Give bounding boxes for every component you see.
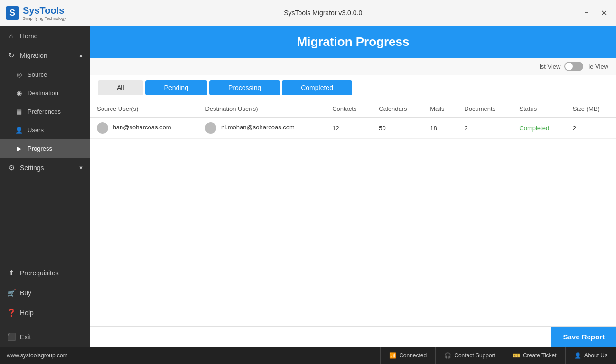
window-controls: − ✕ [580, 6, 610, 19]
about-us-label: About Us [584, 352, 607, 359]
wifi-icon: 📶 [389, 352, 396, 359]
support-icon: 🎧 [444, 352, 451, 359]
status-items: 📶 Connected 🎧 Contact Support 🎫 Create T… [380, 347, 616, 364]
sidebar-item-preferences[interactable]: ▤ Preferences [0, 102, 90, 121]
contact-support-label: Contact Support [454, 352, 495, 359]
col-size: Size (MB) [566, 100, 616, 118]
sidebar-item-source-label: Source [28, 71, 47, 78]
page-header: Migration Progress [90, 26, 616, 58]
col-status: Status [513, 100, 566, 118]
sidebar-item-prerequisites-label: Prerequisites [20, 269, 59, 277]
sidebar-item-migration[interactable]: ↻ Migration ▲ [0, 46, 90, 65]
connected-label: Connected [399, 352, 427, 359]
col-destination: Destination User(s) [198, 100, 326, 118]
contact-support-item[interactable]: 🎧 Contact Support [435, 347, 504, 364]
source-icon: ◎ [14, 71, 24, 78]
size-cell: 2 [566, 118, 616, 139]
page-title: Migration Progress [297, 35, 410, 49]
sidebar-item-exit-label: Exit [20, 333, 31, 341]
ticket-icon: 🎫 [513, 352, 520, 359]
tab-all[interactable]: All [98, 80, 143, 95]
avatar [205, 122, 216, 134]
sidebar-item-progress[interactable]: ▶ Progress [0, 139, 90, 158]
status-cell: Completed [513, 118, 566, 139]
view-toggle-switch[interactable] [564, 62, 583, 71]
tile-view-label: ile View [587, 63, 608, 70]
create-ticket-label: Create Ticket [523, 352, 557, 359]
sidebar: ⌂ Home ↻ Migration ▲ ◎ Source ◉ Destinat… [0, 26, 90, 347]
logo-sub: Simplifying Technology [23, 16, 66, 21]
sidebar-item-exit[interactable]: ⬛ Exit [0, 327, 90, 347]
sidebar-item-home[interactable]: ⌂ Home [0, 26, 90, 46]
chevron-down-icon: ▼ [78, 165, 84, 171]
sidebar-item-home-label: Home [20, 32, 37, 40]
view-toggle-bar: ist View ile View [90, 58, 616, 75]
progress-icon: ▶ [14, 145, 24, 152]
exit-icon: ⬛ [7, 333, 16, 341]
help-icon: ❓ [7, 309, 16, 317]
home-icon: ⌂ [7, 32, 16, 40]
sidebar-item-preferences-label: Preferences [28, 108, 61, 115]
create-ticket-item[interactable]: 🎫 Create Ticket [504, 347, 565, 364]
close-button[interactable]: ✕ [597, 6, 610, 19]
calendars-cell: 50 [372, 118, 423, 139]
logo-icon: S [6, 6, 19, 20]
sidebar-item-settings-label: Settings [20, 164, 44, 172]
dest-user-cell: ni.mohan@soharcoas.com [198, 118, 326, 139]
logo-main: SysTools [23, 5, 66, 16]
sidebar-item-destination-label: Destination [28, 90, 58, 97]
col-documents: Documents [457, 100, 513, 118]
destination-icon: ◉ [14, 90, 24, 97]
avatar [97, 122, 108, 134]
migration-icon: ↻ [7, 51, 16, 60]
settings-icon: ⚙ [7, 164, 16, 172]
buy-icon: 🛒 [7, 289, 16, 297]
app-title: SysTools Migrator v3.0.0.0 [284, 9, 362, 17]
sidebar-item-prerequisites[interactable]: ⬆ Prerequisites [0, 263, 90, 283]
minimize-button[interactable]: − [580, 6, 593, 19]
main-content: Migration Progress ist View ile View All… [90, 26, 616, 347]
sidebar-item-help-label: Help [20, 309, 34, 317]
tab-bar: All Pending Processing Completed [90, 75, 616, 100]
contacts-cell: 12 [326, 118, 372, 139]
connected-status: 📶 Connected [380, 347, 435, 364]
tab-pending[interactable]: Pending [145, 80, 207, 95]
status-bar: www.systoolsgroup.com 📶 Connected 🎧 Cont… [0, 347, 616, 364]
users-icon: 👤 [14, 127, 24, 134]
preferences-icon: ▤ [14, 108, 24, 115]
col-calendars: Calendars [372, 100, 423, 118]
migration-table: Source User(s) Destination User(s) Conta… [90, 100, 616, 139]
list-view-label: ist View [540, 63, 561, 70]
website-label: www.systoolsgroup.com [0, 352, 380, 359]
tab-processing[interactable]: Processing [209, 80, 280, 95]
sidebar-item-settings[interactable]: ⚙ Settings ▼ [0, 158, 90, 178]
col-source: Source User(s) [90, 100, 198, 118]
sidebar-item-help[interactable]: ❓ Help [0, 303, 90, 323]
logo: S SysTools Simplifying Technology [6, 5, 66, 21]
chevron-up-icon: ▲ [78, 53, 84, 58]
about-us-item[interactable]: 👤 About Us [565, 347, 616, 364]
table-row: han@soharcoas.com ni.mohan@soharcoas.com… [90, 118, 616, 139]
app-body: ⌂ Home ↻ Migration ▲ ◎ Source ◉ Destinat… [0, 26, 616, 347]
sidebar-item-destination[interactable]: ◉ Destination [0, 84, 90, 102]
prerequisites-icon: ⬆ [7, 269, 16, 277]
tab-completed[interactable]: Completed [282, 80, 352, 95]
documents-cell: 2 [457, 118, 513, 139]
sidebar-item-progress-label: Progress [28, 145, 52, 152]
sidebar-item-migration-label: Migration [20, 52, 47, 59]
sidebar-item-buy-label: Buy [20, 289, 31, 297]
sidebar-item-source[interactable]: ◎ Source [0, 65, 90, 84]
about-icon: 👤 [574, 352, 581, 359]
col-contacts: Contacts [326, 100, 372, 118]
table-container: Source User(s) Destination User(s) Conta… [90, 100, 616, 326]
footer: Save Report [90, 326, 616, 347]
sidebar-item-buy[interactable]: 🛒 Buy [0, 283, 90, 303]
title-bar: S SysTools Simplifying Technology SysToo… [0, 0, 616, 26]
col-mails: Mails [423, 100, 457, 118]
sidebar-item-users[interactable]: 👤 Users [0, 121, 90, 139]
source-user-cell: han@soharcoas.com [90, 118, 198, 139]
save-report-button[interactable]: Save Report [551, 327, 616, 347]
sidebar-item-users-label: Users [28, 127, 44, 134]
mails-cell: 18 [423, 118, 457, 139]
